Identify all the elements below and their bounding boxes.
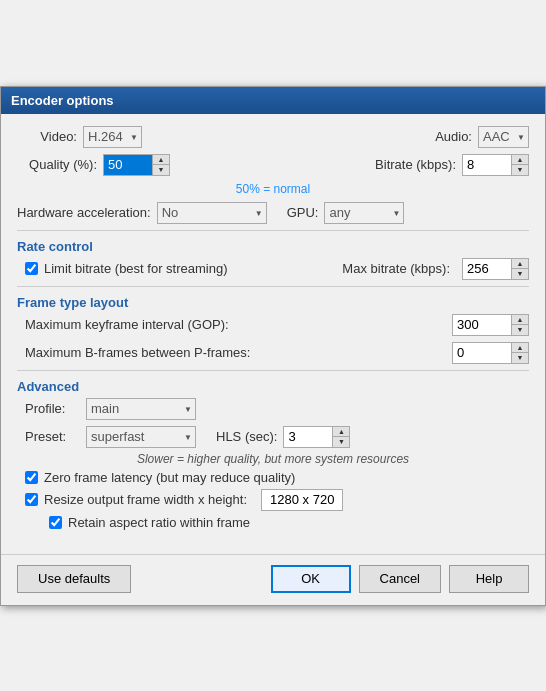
quality-input[interactable]: [103, 154, 153, 176]
max-keyframe-label: Maximum keyframe interval (GOP):: [25, 317, 229, 332]
keyframe-input[interactable]: [452, 314, 512, 336]
dialog-footer: Use defaults OK Cancel Help: [1, 554, 545, 605]
use-defaults-button[interactable]: Use defaults: [17, 565, 131, 593]
profile-select[interactable]: main: [86, 398, 196, 420]
quality-note: 50% = normal: [17, 182, 529, 196]
hls-label: HLS (sec):: [216, 429, 277, 444]
max-bitrate-down-btn[interactable]: ▼: [512, 269, 528, 279]
preset-label: Preset:: [25, 429, 80, 444]
keyframe-row: Maximum keyframe interval (GOP): ▲ ▼: [25, 314, 529, 336]
keyframe-up-btn[interactable]: ▲: [512, 315, 528, 325]
advanced-section: Advanced: [17, 379, 529, 394]
cancel-button[interactable]: Cancel: [359, 565, 441, 593]
max-bitrate-spinner: ▲ ▼: [512, 258, 529, 280]
quality-label: Quality (%):: [17, 157, 97, 172]
resize-value: 1280 x 720: [261, 489, 343, 511]
bframes-spinner: ▲ ▼: [512, 342, 529, 364]
limit-bitrate-checkbox[interactable]: [25, 262, 38, 275]
quality-spinner: ▲ ▼: [153, 154, 170, 176]
help-button[interactable]: Help: [449, 565, 529, 593]
retain-aspect-checkbox[interactable]: [49, 516, 62, 529]
preset-select[interactable]: superfast: [86, 426, 196, 448]
video-select[interactable]: H.264: [83, 126, 142, 148]
bitrate-input[interactable]: [462, 154, 512, 176]
keyframe-spinner: ▲ ▼: [512, 314, 529, 336]
preset-hls-row: Preset: superfast HLS (sec): ▲ ▼: [25, 426, 529, 448]
resize-row: Resize output frame width x height: 1280…: [25, 489, 529, 511]
bitrate-down-btn[interactable]: ▼: [512, 165, 528, 175]
bframes-up-btn[interactable]: ▲: [512, 343, 528, 353]
bitrate-spinner: ▲ ▼: [512, 154, 529, 176]
hw-accel-label: Hardware acceleration:: [17, 205, 151, 220]
hls-down-btn[interactable]: ▼: [333, 437, 349, 447]
quality-bitrate-row: Quality (%): ▲ ▼ Bitrate (kbps): ▲ ▼: [17, 154, 529, 176]
hls-up-btn[interactable]: ▲: [333, 427, 349, 437]
video-label: Video:: [17, 129, 77, 144]
video-audio-row: Video: H.264 Audio: AAC: [17, 126, 529, 148]
retain-aspect-label: Retain aspect ratio within frame: [68, 515, 250, 530]
rate-control-section: Rate control: [17, 239, 529, 254]
limit-bitrate-label: Limit bitrate (best for streaming): [44, 261, 228, 276]
audio-select[interactable]: AAC: [478, 126, 529, 148]
dialog-content: Video: H.264 Audio: AAC Quality (%): ▲ ▼: [1, 114, 545, 546]
gpu-select[interactable]: any: [324, 202, 404, 224]
hw-gpu-row: Hardware acceleration: No GPU: any: [17, 202, 529, 224]
max-bframes-label: Maximum B-frames between P-frames:: [25, 345, 250, 360]
title-bar: Encoder options: [1, 87, 545, 114]
quality-up-btn[interactable]: ▲: [153, 155, 169, 165]
bitrate-up-btn[interactable]: ▲: [512, 155, 528, 165]
audio-label: Audio:: [435, 129, 472, 144]
keyframe-down-btn[interactable]: ▼: [512, 325, 528, 335]
gpu-label: GPU:: [287, 205, 319, 220]
hw-accel-select[interactable]: No: [157, 202, 267, 224]
hls-spinner: ▲ ▼: [333, 426, 350, 448]
retain-aspect-row: Retain aspect ratio within frame: [49, 515, 529, 530]
hint-text: Slower = higher quality, but more system…: [17, 452, 529, 466]
zero-latency-label: Zero frame latency (but may reduce quali…: [44, 470, 295, 485]
profile-label: Profile:: [25, 401, 80, 416]
max-bitrate-up-btn[interactable]: ▲: [512, 259, 528, 269]
quality-down-btn[interactable]: ▼: [153, 165, 169, 175]
resize-label: Resize output frame width x height:: [44, 492, 247, 507]
max-bitrate-label: Max bitrate (kbps):: [342, 261, 450, 276]
bframes-down-btn[interactable]: ▼: [512, 353, 528, 363]
bframes-row: Maximum B-frames between P-frames: ▲ ▼: [25, 342, 529, 364]
zero-latency-checkbox[interactable]: [25, 471, 38, 484]
resize-checkbox[interactable]: [25, 493, 38, 506]
bitrate-label: Bitrate (kbps):: [375, 157, 456, 172]
dialog-title: Encoder options: [11, 93, 114, 108]
bframes-input[interactable]: [452, 342, 512, 364]
zero-latency-row: Zero frame latency (but may reduce quali…: [25, 470, 529, 485]
profile-row: Profile: main: [25, 398, 529, 420]
max-bitrate-input[interactable]: [462, 258, 512, 280]
hls-input[interactable]: [283, 426, 333, 448]
frame-type-section: Frame type layout: [17, 295, 529, 310]
encoder-options-dialog: Encoder options Video: H.264 Audio: AAC …: [0, 86, 546, 606]
ok-button[interactable]: OK: [271, 565, 351, 593]
